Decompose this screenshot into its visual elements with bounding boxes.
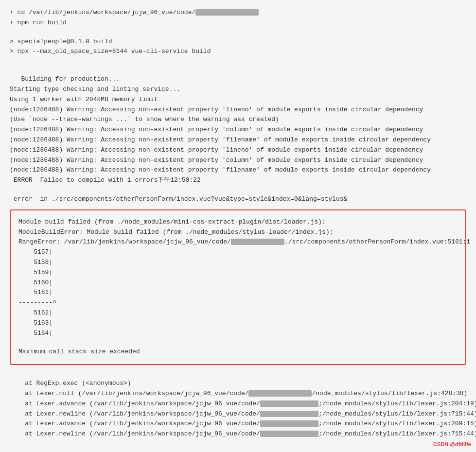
error-line2: ModuleBuildError: Module build failed (f… xyxy=(18,227,458,238)
line-warn5: (node:1286488) Warning: Accessing non-ex… xyxy=(10,156,466,166)
code-line-5157: 5157| xyxy=(18,247,458,258)
stack-lexer-newline2: at Lexer.newline (/var/lib/jenkins/works… xyxy=(10,429,466,439)
line-cd: + cd /var/lib/jenkins/workspace/jcjw_96_… xyxy=(10,8,466,18)
line-building: - Building for production... xyxy=(10,74,466,85)
stack-lexer-null: at Lexer.null (/var/lib/jenkins/workspac… xyxy=(10,389,466,399)
line-warn-trace: (Use `node --trace-warnings ...` to show… xyxy=(10,115,466,125)
line-warn1: (node:1286488) Warning: Accessing non-ex… xyxy=(10,105,466,115)
line-type-check: Starting type checking and linting servi… xyxy=(10,85,466,95)
terminal-container: + cd /var/lib/jenkins/workspace/jcjw_96_… xyxy=(0,0,476,452)
line-warn6: (node:1286488) Warning: Accessing non-ex… xyxy=(10,165,466,175)
line-warn2: (node:1286488) Warning: Accessing non-ex… xyxy=(10,125,466,135)
line-npm: + npm run build xyxy=(10,18,466,28)
stack-regexp: at RegExp.exec (<anonymous>) xyxy=(10,379,466,389)
watermark: CSDN @dfdlife xyxy=(433,441,471,447)
code-line-5161: 5161| xyxy=(18,288,458,298)
code-line-caret: ---------^ xyxy=(18,298,458,308)
error-line1: Module build failed (from ./node_modules… xyxy=(18,217,458,227)
error-max-call: Maximum call stack size exceeded xyxy=(18,347,458,357)
line-warn4: (node:1286488) Warning: Accessing non-ex… xyxy=(10,145,466,156)
stack-lexer-advance1: at Lexer.advance (/var/lib/jenkins/works… xyxy=(10,399,466,409)
line-worker: Using 1 worker with 2048MB memory limit xyxy=(10,95,466,105)
line-pkg: > specialpeople@0.1.0 build xyxy=(10,37,466,47)
code-line-5158: 5158| xyxy=(18,258,458,268)
watermark-user: @dfdlife xyxy=(450,441,471,447)
code-line-5163: 5163| xyxy=(18,318,458,329)
error-box: Module build failed (from ./node_modules… xyxy=(10,209,466,365)
code-line-5164: 5164| xyxy=(18,329,458,339)
error-line3: RangeError: /var/lib/jenkins/workspace/j… xyxy=(18,237,458,247)
line-npx: > npx --max_old_space_size=6144 vue-cli-… xyxy=(10,47,466,57)
line-error-file: error in ./src/components/otherPersonFor… xyxy=(10,194,466,205)
line-error-header: ERROR Failed to compile with 1 errors下午1… xyxy=(10,175,466,186)
stack-lexer-newline1: at Lexer.newline (/var/lib/jenkins/works… xyxy=(10,409,466,419)
line-warn3: (node:1286488) Warning: Accessing non-ex… xyxy=(10,135,466,145)
code-line-5160: 5160| xyxy=(18,278,458,288)
watermark-brand: CSDN xyxy=(433,441,450,447)
code-line-5162: 5162| xyxy=(18,308,458,318)
stack-lexer-advance2: at Lexer.advance (/var/lib/jenkins/works… xyxy=(10,419,466,429)
code-line-5159: 5159| xyxy=(18,268,458,278)
